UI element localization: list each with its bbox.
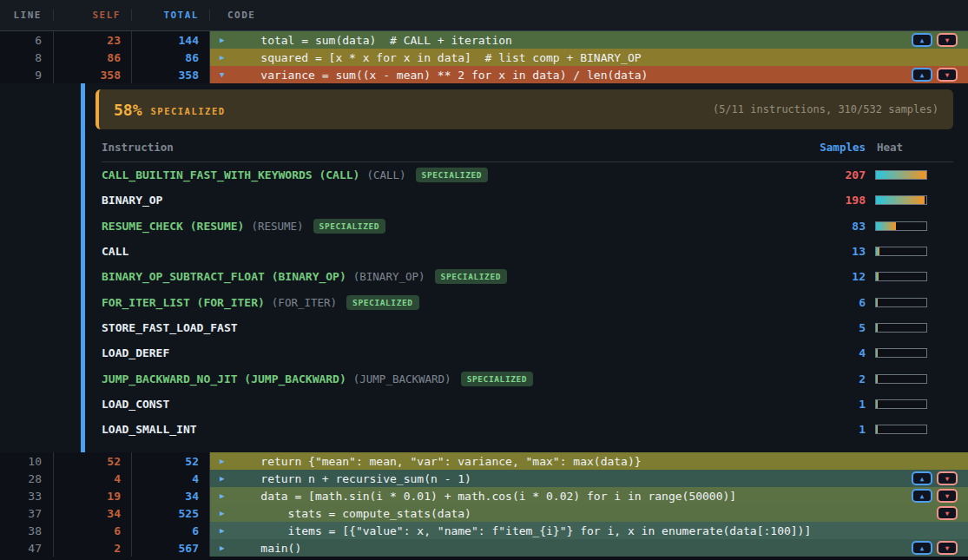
heat-bar-fill: [876, 375, 878, 383]
heat-bar-fill: [876, 171, 926, 179]
instruction-name: BINARY_OP: [102, 194, 162, 207]
line-number: 47: [0, 539, 54, 557]
self-samples: 34: [54, 504, 132, 522]
heat-bar-fill: [876, 400, 878, 408]
specialized-detail: (5/11 instructions, 310/532 samples): [713, 103, 938, 115]
heat-bar: [875, 323, 927, 333]
instruction-table-header: Instruction Samples Heat: [102, 133, 953, 162]
instruction-name: LOAD_SMALL_INT: [102, 423, 197, 436]
instruction-name: STORE_FAST_LOAD_FAST: [102, 321, 238, 334]
code-cell[interactable]: ▶ return {"mean": mean, "var": variance,…: [210, 452, 968, 470]
instruction-name-cell: JUMP_BACKWARD_NO_JIT (JUMP_BACKWARD)(JUM…: [102, 372, 787, 386]
code-text: return {"mean": mean, "var": variance, "…: [234, 455, 642, 468]
jump-down-button[interactable]: ▼: [937, 541, 958, 555]
total-samples: 4: [132, 470, 210, 487]
self-samples: 86: [54, 49, 132, 66]
jump-up-button[interactable]: ▲: [912, 33, 932, 47]
code-cell[interactable]: ▼ variance = sum((x - mean) ** 2 for x i…: [210, 66, 968, 83]
expand-arrow-icon[interactable]: ▶: [220, 526, 234, 535]
row-actions: ▲▼: [912, 33, 968, 47]
specialization-summary: 58% SPECIALIZED (5/11 instructions, 310/…: [95, 89, 953, 129]
instruction-name-cell: LOAD_SMALL_INT: [102, 423, 787, 436]
code-line-row: 2844▶ return n + recursive_sum(n - 1)▲▼: [0, 470, 968, 487]
expand-arrow-icon[interactable]: ▶: [220, 509, 234, 517]
instruction-base-name: (CALL): [366, 168, 405, 181]
jump-up-button[interactable]: ▲: [912, 489, 932, 503]
specialized-badge: SPECIALIZED: [313, 219, 386, 234]
instruction-row: FOR_ITER_LIST (FOR_ITER)(FOR_ITER)SPECIA…: [102, 289, 953, 314]
specialized-label: SPECIALIZED: [151, 102, 226, 116]
code-cell[interactable]: ▶ items = [{"value": x, "name": f"item_{…: [210, 522, 968, 539]
code-cell[interactable]: ▶ squared = [x * x for x in data] # list…: [210, 49, 968, 66]
instruction-table: Instruction Samples Heat CALL_BUILTIN_FA…: [102, 133, 953, 442]
heat-bar-fill: [876, 299, 878, 306]
collapse-arrow-icon[interactable]: ▼: [220, 70, 234, 79]
code-line-row: 105252▶ return {"mean": mean, "var": var…: [0, 452, 968, 470]
code-text: variance = sum((x - mean) ** 2 for x in …: [234, 69, 648, 82]
jump-down-button[interactable]: ▼: [937, 471, 958, 485]
expand-arrow-icon[interactable]: ▶: [220, 53, 234, 62]
instruction-name-cell: LOAD_CONST: [102, 398, 787, 411]
line-number: 37: [0, 504, 54, 522]
expand-arrow-icon[interactable]: ▶: [220, 491, 234, 500]
instruction-row: CALL_BUILTIN_FAST_WITH_KEYWORDS (CALL)(C…: [102, 162, 953, 188]
instruction-name: FOR_ITER_LIST (FOR_ITER): [102, 296, 265, 309]
heat-bar: [875, 195, 927, 205]
heat-bar-fill: [876, 273, 879, 280]
code-cell[interactable]: ▶ main()▲▼: [210, 539, 968, 557]
heat-bar-fill: [876, 425, 878, 433]
total-samples: 358: [132, 66, 210, 83]
expand-arrow-icon[interactable]: ▶: [220, 36, 234, 44]
code-cell[interactable]: ▶ return n + recursive_sum(n - 1)▲▼: [210, 470, 968, 487]
code-text: total = sum(data) # CALL + iteration: [234, 34, 512, 47]
total-samples: 144: [132, 31, 210, 49]
heat-bar: [875, 374, 927, 384]
column-header-instruction: Instruction: [102, 141, 787, 154]
jump-up-button[interactable]: ▲: [912, 471, 932, 485]
line-number: 10: [0, 452, 54, 470]
specialized-percent: 58%: [114, 101, 142, 119]
self-samples: 52: [54, 452, 132, 470]
self-samples: 6: [54, 522, 132, 539]
code-line-row: 331934▶ data = [math.sin(i * 0.01) + mat…: [0, 487, 968, 504]
jump-down-button[interactable]: ▼: [937, 68, 958, 82]
instruction-name-cell: BINARY_OP: [102, 194, 787, 207]
expanded-line-detail-panel: 58% SPECIALIZED (5/11 instructions, 310/…: [0, 83, 968, 452]
jump-down-button[interactable]: ▼: [937, 489, 958, 503]
jump-up-button[interactable]: ▲: [912, 541, 932, 555]
instruction-row: LOAD_CONST1: [102, 392, 953, 417]
instruction-samples: 12: [787, 270, 866, 283]
instruction-samples: 4: [787, 346, 866, 359]
heat-bar-fill: [876, 324, 878, 332]
self-samples: 358: [54, 66, 132, 83]
line-number: 28: [0, 470, 54, 487]
jump-down-button[interactable]: ▼: [937, 506, 958, 520]
row-actions: ▲▼: [912, 68, 968, 82]
jump-up-button[interactable]: ▲: [912, 68, 932, 82]
instruction-name: LOAD_CONST: [102, 398, 169, 411]
heat-bar-fill: [876, 247, 879, 255]
expand-arrow-icon[interactable]: ▶: [220, 474, 234, 483]
code-cell[interactable]: ▶ data = [math.sin(i * 0.01) + math.cos(…: [210, 487, 968, 504]
specialized-badge: SPECIALIZED: [346, 295, 419, 310]
column-header-line: LINE: [0, 10, 54, 21]
jump-down-button[interactable]: ▼: [937, 33, 958, 47]
instruction-row: RESUME_CHECK (RESUME)(RESUME)SPECIALIZED…: [102, 214, 953, 239]
expand-arrow-icon[interactable]: ▶: [220, 457, 234, 465]
instruction-samples: 1: [787, 398, 866, 411]
total-samples: 525: [132, 504, 210, 522]
heat-bar: [875, 170, 927, 180]
code-cell[interactable]: ▶ total = sum(data) # CALL + iteration▲▼: [210, 31, 968, 49]
instruction-samples: 1: [787, 423, 866, 436]
total-samples: 86: [132, 49, 210, 66]
expand-arrow-icon[interactable]: ▶: [220, 544, 234, 552]
self-samples: 23: [54, 31, 132, 49]
instruction-samples: 5: [787, 321, 866, 334]
instruction-name: JUMP_BACKWARD_NO_JIT (JUMP_BACKWARD): [102, 372, 346, 385]
table-header: LINE SELF TOTAL CODE: [0, 0, 968, 31]
code-cell[interactable]: ▶ stats = compute_stats(data)▼: [210, 504, 968, 522]
self-samples: 19: [54, 487, 132, 504]
code-line-row: 472567▶ main()▲▼: [0, 539, 968, 557]
code-line-row: 9358358▼ variance = sum((x - mean) ** 2 …: [0, 66, 968, 83]
instruction-samples: 2: [787, 372, 866, 385]
